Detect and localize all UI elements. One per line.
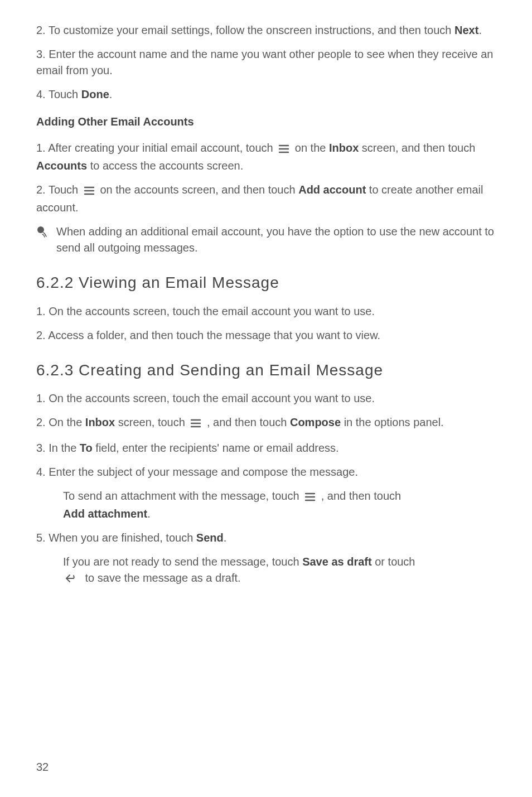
back-icon [65, 572, 78, 588]
sub-step-attachment: To send an attachment with the message, … [63, 488, 496, 522]
step-text: field, enter the recipients' name or ema… [93, 442, 339, 454]
step-text: To send an attachment with the message, … [63, 490, 302, 502]
list-item: 2. Touch on the accounts screen, and the… [36, 182, 496, 216]
list-item: 5. When you are finished, touch Send. [36, 530, 496, 546]
step-text: in the options panel. [341, 416, 444, 428]
ui-label-save-draft: Save as draft [302, 556, 372, 568]
list-item: 3. In the To field, enter the recipients… [36, 440, 496, 456]
heading-623-creating-sending-email: 6.2.3 Creating and Sending an Email Mess… [36, 359, 496, 382]
list-item: 4. Enter the subject of your message and… [36, 464, 496, 480]
step-text: screen, touch [115, 416, 188, 428]
ui-label-add-account: Add account [298, 183, 366, 196]
ui-label-compose: Compose [290, 416, 341, 428]
note-callout: When adding an additional email account,… [36, 224, 496, 256]
step-text: or touch [372, 556, 415, 568]
step-text: to save the message as a draft. [85, 572, 241, 584]
heading-adding-other-accounts: Adding Other Email Accounts [36, 114, 496, 130]
svg-point-6 [37, 226, 44, 233]
list-item: 4. Touch Done. [36, 86, 496, 103]
step-text: 5. When you are finished, touch [36, 532, 196, 544]
step-text: screen, and then touch [359, 142, 475, 154]
step-text: 1. After creating your initial email acc… [36, 142, 276, 154]
list-item: 2. Access a folder, and then touch the m… [36, 327, 496, 344]
step-text: . [478, 24, 482, 36]
list-item: 1. On the accounts screen, touch the ema… [36, 390, 496, 407]
step-text: on the [295, 142, 329, 154]
page-number: 32 [36, 761, 49, 774]
ui-label-add-attachment: Add attachment [63, 508, 147, 520]
ui-label-next: Next [454, 24, 478, 36]
menu-icon [304, 490, 316, 506]
step-text: . [224, 532, 227, 544]
list-item: 1. On the accounts screen, touch the ema… [36, 303, 496, 320]
ui-label-send: Send [196, 532, 224, 544]
list-item: 1. After creating your initial email acc… [36, 140, 496, 174]
ui-label-inbox: Inbox [85, 416, 115, 428]
step-text: , and then touch [321, 490, 401, 502]
menu-icon [278, 142, 289, 158]
step-text: on the accounts screen, and then touch [100, 183, 298, 196]
note-icon [36, 226, 49, 243]
page-content: 2. To customize your email settings, fol… [36, 22, 496, 588]
step-text: to access the accounts screen. [87, 160, 243, 172]
step-text: 3. In the [36, 442, 80, 454]
heading-622-viewing-email: 6.2.2 Viewing an Email Message [36, 272, 496, 294]
step-text: 4. Touch [36, 88, 81, 100]
step-text: . [109, 88, 113, 100]
step-text: , and then touch [207, 416, 290, 428]
step-text: If you are not ready to send the message… [63, 556, 302, 568]
sub-step-draft: If you are not ready to send the message… [63, 554, 496, 588]
ui-label-accounts: Accounts [36, 160, 87, 172]
ui-label-to: To [80, 442, 93, 454]
step-text: . [147, 508, 151, 520]
note-text: When adding an additional email account,… [56, 224, 496, 256]
step-text: 2. Touch [36, 183, 81, 196]
list-item: 3. Enter the account name and the name y… [36, 46, 496, 79]
menu-icon [190, 416, 201, 432]
step-text: 3. Enter the account name and the name y… [36, 48, 493, 76]
ui-label-inbox: Inbox [329, 142, 359, 154]
list-item: 2. To customize your email settings, fol… [36, 22, 496, 38]
ui-label-done: Done [81, 88, 109, 100]
list-item: 2. On the Inbox screen, touch , and then… [36, 414, 496, 432]
step-text: 2. On the [36, 416, 85, 428]
step-text: 2. To customize your email settings, fol… [36, 24, 454, 36]
menu-icon [84, 183, 95, 200]
